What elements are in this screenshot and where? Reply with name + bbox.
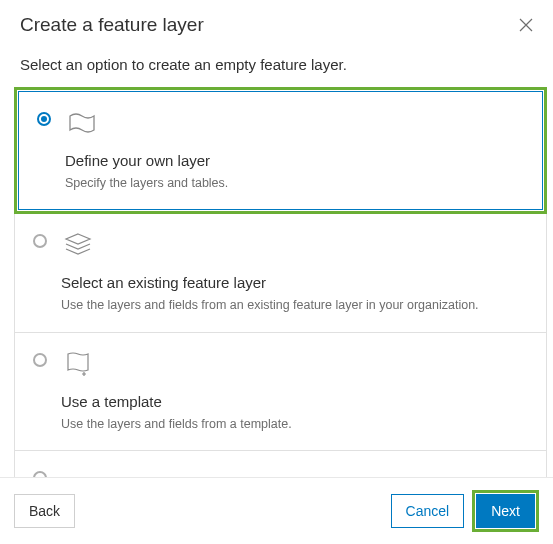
close-button[interactable]	[517, 16, 535, 34]
option-define-your-own-layer[interactable]: Define your own layer Specify the layers…	[18, 91, 543, 210]
option-title: Define your own layer	[65, 152, 524, 169]
radio-partial[interactable]	[33, 471, 47, 477]
option-partial[interactable]	[14, 451, 547, 477]
dialog-title: Create a feature layer	[20, 14, 204, 36]
option-desc: Use the layers and fields from an existi…	[61, 297, 528, 313]
cancel-button[interactable]: Cancel	[391, 494, 465, 528]
create-feature-layer-dialog: Create a feature layer Select an option …	[0, 0, 553, 544]
option-title: Use a template	[61, 393, 528, 410]
next-button[interactable]: Next	[476, 494, 535, 528]
template-icon	[61, 349, 95, 379]
option-desc: Specify the layers and tables.	[65, 175, 524, 191]
option-use-template[interactable]: Use a template Use the layers and fields…	[14, 333, 547, 451]
define-layer-icon	[65, 108, 99, 138]
partial-icon	[61, 467, 95, 477]
layers-icon	[61, 230, 95, 260]
dialog-subtitle: Select an option to create an empty feat…	[0, 50, 553, 87]
radio-template[interactable]	[33, 353, 47, 367]
radio-existing[interactable]	[33, 234, 47, 248]
option-desc: Use the layers and fields from a templat…	[61, 416, 528, 432]
dialog-footer: Back Cancel Next	[0, 477, 553, 544]
dialog-header: Create a feature layer	[0, 0, 553, 50]
close-icon	[519, 18, 533, 32]
options-scroll-area[interactable]: Define your own layer Specify the layers…	[0, 87, 553, 477]
radio-define[interactable]	[37, 112, 51, 126]
highlight-next-button: Next	[472, 490, 539, 532]
footer-right-buttons: Cancel Next	[391, 490, 539, 532]
option-title: Select an existing feature layer	[61, 274, 528, 291]
back-button[interactable]: Back	[14, 494, 75, 528]
highlight-define-option: Define your own layer Specify the layers…	[14, 87, 547, 214]
option-select-existing-layer[interactable]: Select an existing feature layer Use the…	[14, 213, 547, 332]
